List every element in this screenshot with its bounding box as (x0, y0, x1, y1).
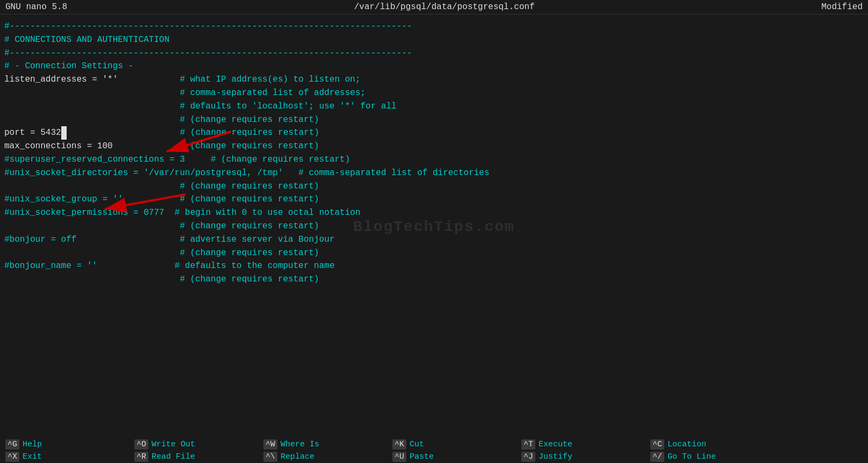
shortcut-go-to-line[interactable]: ^/ Go To Line (645, 451, 774, 463)
line-14: #superuser_reserved_connections = 3 # (c… (4, 153, 864, 167)
shortcut-justify[interactable]: ^J Justify (516, 451, 645, 463)
line-24: # (change requires restart) (4, 273, 864, 286)
shortcut-paste[interactable]: ^U Paste (387, 451, 516, 463)
app-name: GNU nano 5.8 (5, 2, 67, 12)
line-6: # - Connection Settings - (4, 60, 864, 73)
shortcut-key-paste: ^U (392, 452, 406, 462)
shortcut-key-location: ^C (650, 439, 664, 450)
shortcut-read-file[interactable]: ^R Read File (129, 451, 258, 463)
shortcut-key-write: ^O (134, 439, 148, 450)
line-23: #bonjour_name = '' # defaults to the com… (4, 259, 864, 273)
shortcut-label-execute: Execute (539, 440, 572, 449)
shortcut-label-exit: Exit (23, 452, 42, 461)
shortcut-cut[interactable]: ^K Cut (387, 438, 516, 451)
line-21: #bonjour = off # advertise server via Bo… (4, 233, 864, 247)
shortcut-key-cut: ^K (392, 439, 406, 450)
line-18: #unix_socket_permissions = 0777 # begin … (4, 206, 864, 220)
shortcut-label-location: Location (668, 440, 706, 449)
shortcut-row-1: ^G Help ^O Write Out ^W Where Is ^K Cut … (0, 438, 868, 451)
file-status: Modified (821, 2, 863, 12)
line-8: listen_addresses = '*' # what IP address… (4, 73, 864, 86)
bottom-bar: ^G Help ^O Write Out ^W Where Is ^K Cut … (0, 438, 868, 463)
line-19: # (change requires restart) (4, 220, 864, 233)
shortcut-key-help: ^G (5, 439, 19, 450)
line-13: max_connections = 100 # (change requires… (4, 140, 864, 153)
shortcut-replace[interactable]: ^\ Replace (258, 451, 387, 463)
shortcut-help[interactable]: ^G Help (0, 438, 129, 451)
editor-area[interactable]: BlogTechTips.com #----------------------… (0, 15, 868, 438)
line-22: # (change requires restart) (4, 247, 864, 260)
line-10: # defaults to 'localhost'; use '*' for a… (4, 100, 864, 113)
shortcut-write-out[interactable]: ^O Write Out (129, 438, 258, 451)
shortcut-key-exit: ^X (5, 452, 19, 462)
line-17: #unix_socket_group = '' # (change requir… (4, 193, 864, 206)
line-16: # (change requires restart) (4, 180, 864, 193)
file-path: /var/lib/pgsql/data/postgresql.conf (354, 2, 535, 12)
shortcut-label-readfile: Read File (152, 452, 195, 461)
shortcut-label-paste: Paste (410, 452, 434, 461)
line-11: # (change requires restart) (4, 113, 864, 127)
shortcut-where-is[interactable]: ^W Where Is (258, 438, 387, 451)
line-3: # CONNECTIONS AND AUTHENTICATION (4, 33, 864, 47)
shortcut-location[interactable]: ^C Location (645, 438, 774, 451)
shortcut-exit[interactable]: ^X Exit (0, 451, 129, 463)
shortcut-label-help: Help (23, 440, 42, 449)
shortcut-label-gotoline: Go To Line (668, 452, 716, 461)
line-9: # comma-separated list of addresses; (4, 86, 864, 100)
shortcut-execute[interactable]: ^T Execute (516, 438, 645, 451)
shortcut-key-replace: ^\ (263, 452, 277, 462)
shortcut-label-whereis: Where Is (281, 440, 319, 449)
shortcut-key-gotoline: ^/ (650, 452, 664, 462)
shortcut-label-cut: Cut (410, 440, 424, 449)
line-15: #unix_socket_directories = '/var/run/pos… (4, 167, 864, 180)
shortcut-key-readfile: ^R (134, 452, 148, 462)
shortcut-key-execute: ^T (521, 439, 535, 450)
line-4: #---------------------------------------… (4, 47, 864, 60)
line-2: #---------------------------------------… (4, 20, 864, 33)
line-12: port = 5432 # (change requires restart) (4, 126, 864, 140)
shortcut-key-justify: ^J (521, 452, 535, 462)
shortcut-row-2: ^X Exit ^R Read File ^\ Replace ^U Paste… (0, 451, 868, 463)
shortcut-label-write: Write Out (152, 440, 195, 449)
shortcut-key-whereis: ^W (263, 439, 277, 450)
shortcut-label-justify: Justify (539, 452, 572, 461)
shortcut-label-replace: Replace (281, 452, 314, 461)
